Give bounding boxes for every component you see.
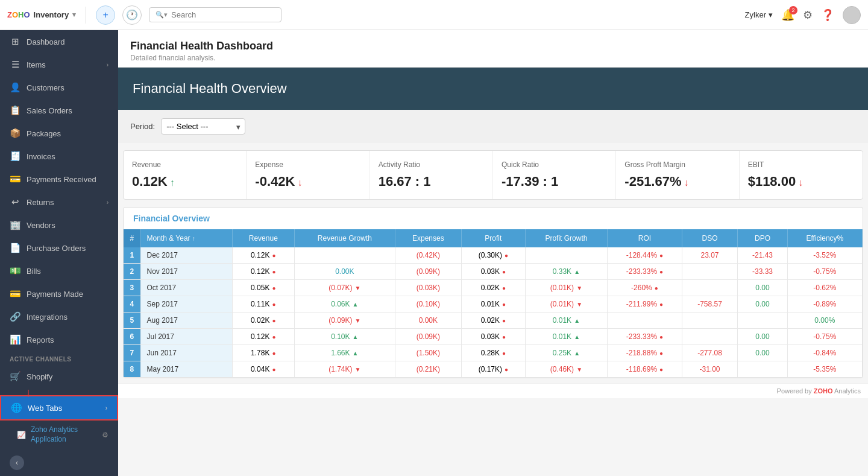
col-roi: ROI: [608, 229, 682, 247]
cell-profit: 0.28K ●: [462, 345, 526, 361]
cell-num: 7: [124, 345, 140, 361]
sidebar-item-returns[interactable]: ↩ Returns ›: [0, 191, 118, 214]
cell-expenses: (0.03K): [395, 280, 462, 296]
table-row: 1 Dec 2017 0.12K ● (0.42K) (0.30K) ● -12…: [124, 247, 863, 264]
settings-icon[interactable]: ⚙: [803, 8, 813, 22]
cell-expenses: 0.00K: [395, 313, 462, 329]
cell-num: 6: [124, 329, 140, 345]
dot-red-icon: ●: [659, 366, 663, 373]
analytics-gear-icon[interactable]: ⚙: [102, 431, 108, 439]
metric-revenue-value: 0.12K↑: [132, 174, 237, 189]
col-revenue: Revenue: [232, 229, 295, 247]
cell-efficiency: -3.52%: [787, 247, 862, 264]
cell-profit: 0.02K ●: [462, 313, 526, 329]
cell-expenses: (0.21K): [395, 361, 462, 378]
arrow-up-icon: ▲: [353, 301, 359, 308]
search-bar[interactable]: 🔍▾: [149, 7, 281, 22]
logo-chevron[interactable]: ▾: [72, 11, 76, 19]
dot-red-icon: ●: [272, 285, 275, 291]
arrow-down-icon: ▼: [576, 301, 582, 308]
sidebar-item-webtabs[interactable]: 🌐 Web Tabs ›: [0, 395, 118, 420]
shopify-icon: 🛒: [10, 371, 20, 382]
cell-num: 3: [124, 280, 140, 296]
customers-icon: 👤: [10, 82, 20, 93]
cell-dpo: -33.33: [738, 264, 788, 280]
cell-month: Oct 2017: [140, 280, 232, 296]
sidebar-collapse-button[interactable]: ‹: [10, 455, 24, 470]
sidebar-item-dashboard[interactable]: ⊞ Dashboard: [0, 30, 118, 53]
sidebar-item-sales-orders[interactable]: 📋 Sales Orders: [0, 99, 118, 122]
cell-roi: -233.33% ●: [608, 329, 682, 345]
cell-rev-growth: (0.07K) ▼: [295, 280, 395, 296]
sidebar-item-packages[interactable]: 📦 Packages: [0, 122, 118, 145]
sidebar-item-payments-received[interactable]: 💳 Payments Received: [0, 168, 118, 191]
fho-title: Financial Health Overview: [133, 81, 854, 97]
dot-red-icon: ●: [659, 350, 663, 357]
returns-icon: ↩: [10, 197, 20, 208]
dot-red-icon: ●: [502, 350, 506, 357]
app-logo[interactable]: ZOHO Inventory ▾: [7, 10, 76, 19]
cell-roi: -233.33% ●: [608, 264, 682, 280]
app-name: Inventory: [34, 10, 69, 19]
sidebar-label-reports: Reports: [27, 335, 108, 344]
cell-revenue: 1.78K ●: [232, 345, 295, 361]
sidebar-item-invoices[interactable]: 🧾 Invoices: [0, 145, 118, 168]
cell-roi: -260% ●: [608, 280, 682, 296]
metric-gross-label: Gross Proft Margin: [624, 160, 730, 169]
sidebar-item-customers[interactable]: 👤 Customers: [0, 76, 118, 99]
sidebar-item-vendors[interactable]: 🏢 Vendors: [0, 214, 118, 236]
sidebar-item-zoho-analytics[interactable]: 📈 Zoho Analytics Application ⚙: [0, 420, 118, 449]
vendors-icon: 🏢: [10, 220, 20, 230]
dot-red-icon: ●: [272, 350, 275, 357]
main-content: Financial Health Dashboard Detailed fina…: [118, 30, 868, 476]
history-button[interactable]: 🕐: [122, 5, 142, 25]
help-icon[interactable]: ❓: [821, 8, 834, 22]
dot-red-icon: ●: [505, 252, 508, 259]
cell-efficiency: 0.00%: [787, 313, 862, 329]
sidebar-item-shopify[interactable]: 🛒 Shopify: [0, 365, 118, 388]
search-input[interactable]: [171, 10, 268, 19]
expense-down-icon: ↓: [297, 177, 302, 188]
arrow-up-icon: ▲: [574, 334, 580, 340]
add-button[interactable]: +: [96, 5, 115, 25]
cell-profit: (0.17K) ●: [462, 361, 526, 378]
sidebar-item-reports[interactable]: 📊 Reports: [0, 328, 118, 351]
col-efficiency: Efficiency%: [787, 229, 862, 247]
cell-profit-growth: (0.01K) ▼: [525, 296, 608, 313]
notification-button[interactable]: 🔔 2: [781, 8, 794, 22]
sidebar-item-items[interactable]: ☰ Items ›: [0, 53, 118, 76]
col-dso: DSO: [682, 229, 738, 247]
metric-gross-margin: Gross Proft Margin -251.67%↓: [616, 151, 739, 199]
table-row: 3 Oct 2017 0.05K ● (0.07K) ▼ (0.03K) 0.0…: [124, 280, 863, 296]
cell-month: Jun 2017: [140, 345, 232, 361]
metrics-row: Revenue 0.12K↑ Expense -0.42K↓ Activity …: [123, 150, 863, 200]
cell-revenue: 0.11K ●: [232, 296, 295, 313]
cell-rev-growth: 0.06K ▲: [295, 296, 395, 313]
sidebar-label-customers: Customers: [27, 83, 108, 92]
col-month[interactable]: Month & Year ↑: [140, 229, 232, 247]
metric-quick-label: Quick Ratio: [502, 160, 607, 169]
cell-profit: 0.03K ●: [462, 264, 526, 280]
metric-quick-ratio: Quick Ratio -17.39 : 1: [493, 151, 616, 199]
dot-red-icon: ●: [659, 334, 663, 340]
period-label: Period:: [130, 122, 155, 131]
cell-dpo: [738, 313, 788, 329]
sidebar-item-integrations[interactable]: 🔗 Integrations: [0, 305, 118, 328]
arrow-down-icon: ▼: [355, 285, 361, 291]
zoho-logo-text: ZOHO: [7, 10, 30, 19]
sidebar-item-bills[interactable]: 💵 Bills: [0, 259, 118, 282]
metric-activity-value: 16.67 : 1: [379, 174, 484, 189]
cell-roi: [608, 313, 682, 329]
sidebar-item-purchase-orders[interactable]: 📄 Purchase Orders: [0, 236, 118, 259]
fo-title: Financial Overview: [133, 214, 210, 223]
search-dropdown-icon[interactable]: 🔍▾: [156, 11, 168, 19]
sidebar-item-payments-made[interactable]: 💳 Payments Made: [0, 282, 118, 305]
bills-icon: 💵: [10, 265, 20, 276]
avatar[interactable]: [843, 6, 861, 24]
cell-expenses: (1.50K): [395, 345, 462, 361]
topbar-separator: [86, 7, 86, 24]
period-select[interactable]: --- Select ---: [161, 118, 245, 135]
user-menu[interactable]: Zylker ▾: [745, 10, 773, 19]
cell-efficiency: -0.84%: [787, 345, 862, 361]
zoho-analytics-label: Zoho Analytics Application: [31, 425, 97, 444]
